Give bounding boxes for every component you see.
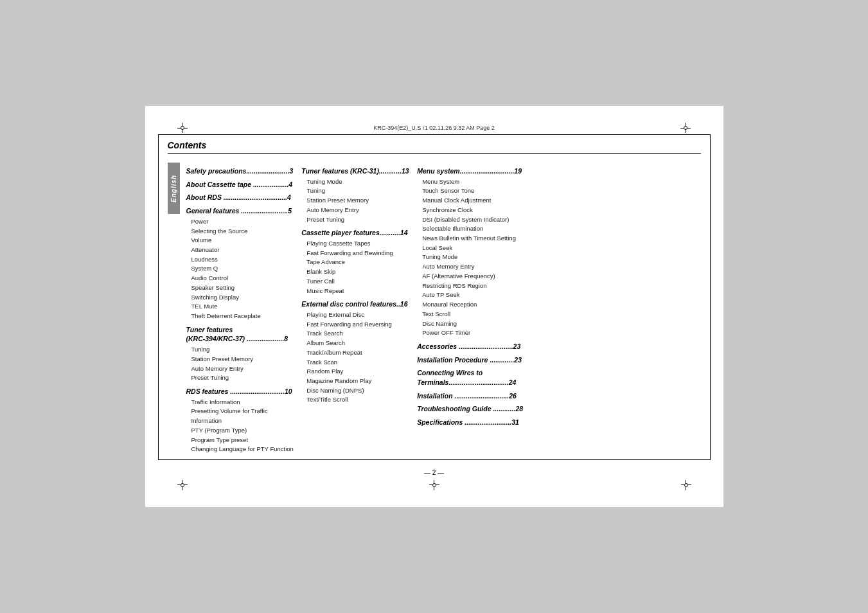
section-heading-col3-container-6: Specifications .........................… [417, 418, 526, 427]
section-heading-col2-container-0: Tuner features (KRC-31)............13 [301, 166, 411, 176]
list-item: Tuner Call [301, 277, 411, 287]
list-item: Speaker Setting [186, 283, 296, 293]
list-item: Preset Tuning [186, 373, 296, 383]
list-item: Attenuator [186, 245, 296, 255]
list-item: Local Seek [417, 244, 526, 253]
list-item: Tuning [301, 186, 411, 196]
section-heading-col1-container-3: General features .......................… [186, 206, 296, 216]
page-title: Contents [168, 140, 701, 154]
list-item: Playing External Disc [301, 310, 411, 320]
list-item: Playing Cassette Tapes [301, 239, 411, 249]
section-heading-col3-container-4: Installation ...........................… [417, 391, 526, 401]
list-item: System Q [186, 264, 296, 274]
list-item: Presetting Volume for Traffic Informatio… [186, 407, 296, 425]
section-heading-col1-container-5: RDS features ...........................… [186, 387, 296, 396]
section-heading-col1-container-2: About RDS ..............................… [186, 193, 296, 202]
list-item: Track/Album Repeat [301, 348, 411, 358]
section-heading-col1-container-4: Tuner features (KRC-394/KRC-37) ........… [186, 325, 296, 344]
language-tab: English [168, 163, 180, 214]
list-item: DSI (Disabled System Indicator) [417, 215, 526, 225]
list-item: Theft Deterrent Faceplate [186, 312, 296, 321]
list-item: Music Repeat [301, 287, 411, 296]
list-item: Auto TP Seek [417, 290, 526, 300]
section-heading-col1-container-0: Safety precautions......................… [186, 166, 296, 176]
list-item: Track Search [301, 329, 411, 339]
list-item: Touch Sensor Tone [417, 186, 526, 196]
list-item: Menu System [417, 177, 526, 187]
column-1: Safety precautions......................… [186, 163, 296, 454]
list-item: Text Scroll [417, 310, 526, 319]
section-heading-col3-container-5: Troubleshooting Guide ............28 [417, 404, 526, 414]
inner-content: Contents English Safety precautions.....… [159, 135, 710, 459]
page-wrapper: KRC-394(E2)_U.S r1 02.11.26 9:32 AM Page… [145, 106, 723, 507]
list-item: Tuning [186, 345, 296, 355]
list-item: Changing Language for PTY Function [186, 445, 296, 454]
bottom-registration-area [145, 479, 723, 494]
bottom-center-crosshair [429, 480, 439, 490]
list-item: Disc Naming (DNPS) [301, 386, 411, 396]
content-border: Contents English Safety precautions.....… [158, 134, 711, 460]
section-heading-col2-container-2: External disc control features..16 [301, 299, 411, 309]
columns-container: Safety precautions......................… [186, 163, 527, 454]
list-item: Synchronize Clock [417, 206, 526, 215]
section-heading-col3-container-1: Accessories ............................… [417, 342, 526, 351]
list-item: Program Type preset [186, 436, 296, 445]
bottom-left-crosshair [177, 480, 188, 490]
list-item: Selecting the Source [186, 227, 296, 236]
list-item: PTY (Program Type) [186, 426, 296, 436]
list-item: Selectable Illumination [417, 224, 526, 234]
top-registration-area: KRC-394(E2)_U.S r1 02.11.26 9:32 AM Page… [145, 119, 723, 134]
header-file-info: KRC-394(E2)_U.S r1 02.11.26 9:32 AM Page… [373, 125, 495, 131]
list-item: Audio Control [186, 274, 296, 283]
top-right-crosshair [680, 123, 691, 133]
list-item: Traffic Information [186, 398, 296, 407]
list-item: Loudness [186, 255, 296, 265]
list-item: Track Scan [301, 358, 411, 368]
list-item: Random Play [301, 367, 411, 377]
list-item: News Bulletin with Timeout Setting [417, 234, 526, 244]
list-item: Album Search [301, 339, 411, 348]
list-item: Fast Forwarding and Rewinding [301, 249, 411, 258]
column-2: Tuner features (KRC-31)............13Tun… [301, 163, 411, 454]
list-item: Magazine Random Play [301, 377, 411, 386]
list-item: Disc Naming [417, 319, 526, 329]
list-item: Auto Memory Entry [417, 262, 526, 272]
list-item: Preset Tuning [301, 215, 411, 225]
list-item: Tuning Mode [301, 177, 411, 187]
main-content-area: English Safety precautions..............… [168, 163, 701, 454]
list-item: Station Preset Memory [186, 355, 296, 364]
list-item: Auto Memory Entry [301, 206, 411, 215]
bottom-right-crosshair [681, 480, 691, 490]
column-3: Menu system.............................… [417, 163, 526, 454]
section-heading-col2-container-1: Cassette player features...........14 [301, 228, 411, 238]
list-item: Text/Title Scroll [301, 395, 411, 405]
section-heading-col3-container-3: Connecting Wires to Terminals...........… [417, 368, 526, 387]
list-item: Power [186, 217, 296, 227]
list-item: Tuning Mode [417, 253, 526, 262]
list-item: Manual Clock Adjustment [417, 196, 526, 206]
list-item: Restricting RDS Region [417, 281, 526, 291]
list-item: Tape Advance [301, 258, 411, 267]
page-number: — 2 — [424, 469, 444, 476]
top-left-crosshair [177, 123, 188, 133]
list-item: Monaural Reception [417, 300, 526, 310]
section-heading-col1-container-1: About Cassette tape ...................4 [186, 180, 296, 190]
list-item: Station Preset Memory [301, 196, 411, 206]
section-heading-col3-container-2: Installation Procedure .............23 [417, 355, 526, 365]
list-item: TEL Mute [186, 302, 296, 312]
list-item: Auto Memory Entry [186, 364, 296, 374]
list-item: Blank Skip [301, 267, 411, 277]
page-footer: — 2 — [145, 466, 723, 479]
list-item: Power OFF Timer [417, 328, 526, 338]
list-item: AF (Alternative Frequency) [417, 272, 526, 281]
list-item: Fast Forwarding and Reversing [301, 320, 411, 330]
list-item: Volume [186, 236, 296, 245]
list-item: Switching Display [186, 293, 296, 303]
section-heading-col3-container-0: Menu system.............................… [417, 166, 526, 176]
